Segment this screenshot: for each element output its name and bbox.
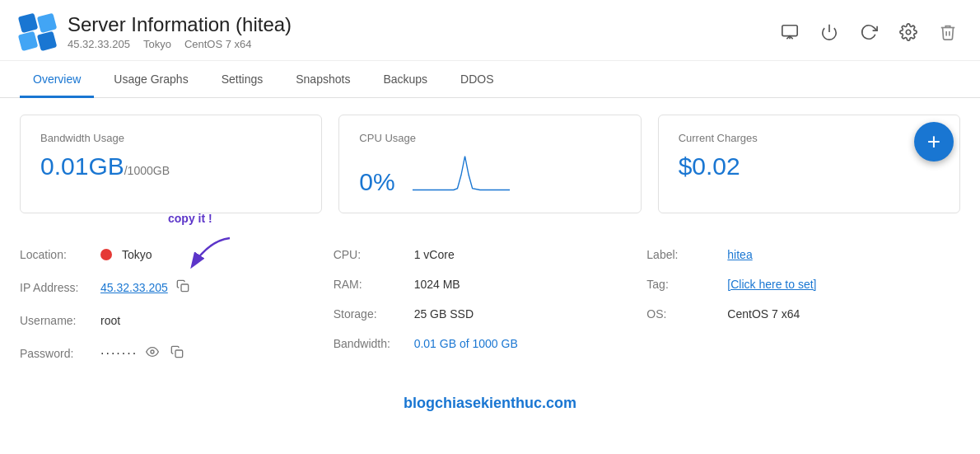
cards-row: Bandwidth Usage 0.01GB/1000GB CPU Usage … [0,98,980,230]
ram-row: RAM: 1024 MB [334,269,647,299]
location-row: Location: Tokyo [20,240,334,269]
watermark: blogchiasekienthuc.com [0,388,980,422]
info-col-1: Location: Tokyo IP Address: 45.32.33.205… [20,240,334,372]
cpu-value: 0% [359,168,394,196]
server-ip: 45.32.33.205 [68,38,130,50]
storage-label: Storage: [334,307,408,321]
password-label: Password: [20,347,94,360]
ip-value[interactable]: 45.32.33.205 [100,281,168,294]
storage-row: Storage: 25 GB SSD [334,299,647,329]
bandwidth-value: 0.01GB/1000GB [40,152,301,180]
svg-point-5 [151,350,154,353]
cpu-card: CPU Usage 0% [338,115,641,213]
settings-button[interactable] [896,20,921,44]
location-value: Tokyo [122,248,152,261]
bandwidth-number: 0.01GB [40,152,124,180]
tab-ddos[interactable]: DDOS [447,61,506,98]
monitor-button[interactable] [777,20,802,44]
tab-settings[interactable]: Settings [208,61,277,98]
bandwidth-info-value: 0.01 GB of 1000 GB [414,337,518,350]
bandwidth-label: Bandwidth Usage [40,132,301,144]
cpu-info-label: CPU: [334,248,408,261]
svg-rect-4 [181,284,189,292]
top-actions [777,20,960,44]
ram-value: 1024 MB [414,278,460,291]
tag-label: Tag: [646,278,721,291]
header-left: Server Information (hitea) 45.32.33.205 … [20,13,292,50]
password-dots: ······· [100,346,138,361]
server-title-block: Server Information (hitea) 45.32.33.205 … [68,13,292,50]
username-label: Username: [20,314,94,327]
info-col-2: CPU: 1 vCore RAM: 1024 MB Storage: 25 GB… [334,240,647,372]
show-password-button[interactable] [144,344,161,363]
tabs-bar: Overview Usage Graphs Settings Snapshots… [0,61,980,98]
svg-rect-6 [175,350,183,358]
server-location: Tokyo [143,38,171,50]
server-label-value[interactable]: hitea [727,248,752,261]
cpu-label: CPU Usage [359,132,620,144]
copy-ip-button[interactable] [173,278,193,297]
cpu-content: 0% [359,152,620,196]
svg-point-3 [906,30,911,35]
server-label-label: Label: [646,248,721,261]
app-logo [20,15,54,49]
location-flag-icon [100,249,112,260]
info-grid: Location: Tokyo IP Address: 45.32.33.205… [20,240,960,372]
server-meta: 45.32.33.205 Tokyo CentOS 7 x64 [68,38,292,50]
label-row: Label: hitea [646,240,960,269]
cpu-info-value: 1 vCore [414,248,455,261]
os-label: OS: [646,307,721,321]
info-section: Location: Tokyo IP Address: 45.32.33.205… [0,230,980,388]
cpu-chart [412,152,511,196]
add-button[interactable]: + [914,122,954,161]
cpu-info-row: CPU: 1 vCore [334,240,647,269]
top-bar: Server Information (hitea) 45.32.33.205 … [0,0,980,61]
delete-button[interactable] [936,20,960,44]
username-row: Username: root [20,306,334,335]
info-col-3: Label: hitea Tag: [Click here to set] OS… [646,240,960,372]
svg-rect-0 [782,25,797,35]
charges-label: Current Charges [679,132,940,144]
location-label: Location: [20,248,94,261]
ram-label: RAM: [334,278,408,291]
tag-value[interactable]: [Click here to set] [727,278,816,291]
charges-card: Current Charges $0.02 [658,115,960,213]
tab-backups[interactable]: Backups [370,61,441,98]
tag-row: Tag: [Click here to set] [646,269,960,299]
bandwidth-info-label: Bandwidth: [334,337,408,350]
charges-value: $0.02 [679,152,940,180]
page-title: Server Information (hitea) [68,13,292,36]
ip-value-group: 45.32.33.205 [100,278,193,297]
tab-usage-graphs[interactable]: Usage Graphs [100,61,201,98]
password-row: Password: ······· [20,335,334,372]
refresh-button[interactable] [856,20,881,44]
tab-overview[interactable]: Overview [20,61,94,98]
ip-label: IP Address: [20,281,94,294]
copy-password-button[interactable] [167,344,187,363]
username-value: root [100,314,120,327]
bandwidth-card: Bandwidth Usage 0.01GB/1000GB [20,115,322,213]
ip-row: IP Address: 45.32.33.205 copy it ! [20,269,334,306]
power-button[interactable] [817,20,842,44]
bandwidth-info-row: Bandwidth: 0.01 GB of 1000 GB [334,329,647,358]
storage-value: 25 GB SSD [414,307,474,321]
os-value: CentOS 7 x64 [727,307,800,321]
os-row: OS: CentOS 7 x64 [646,299,960,329]
server-os: CentOS 7 x64 [184,38,252,50]
bandwidth-unit: /1000GB [124,164,170,177]
tab-snapshots[interactable]: Snapshots [282,61,363,98]
